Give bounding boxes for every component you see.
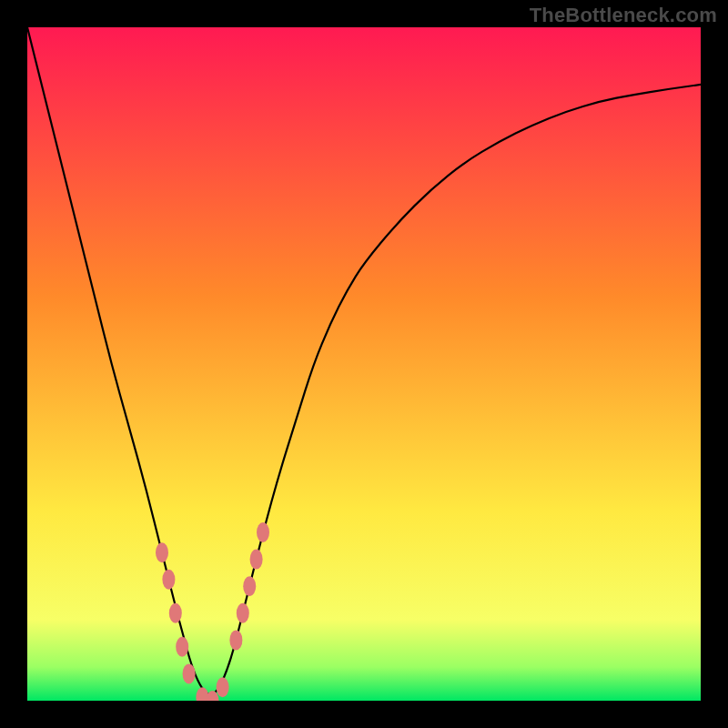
marker-dot — [243, 576, 256, 596]
plot-svg — [27, 27, 701, 701]
marker-dot — [162, 570, 175, 590]
marker-dot — [237, 603, 249, 623]
marker-dot — [183, 663, 196, 683]
marker-dot — [156, 542, 168, 562]
marker-dot — [250, 550, 263, 570]
marker-dot — [257, 522, 269, 542]
marker-dot — [229, 630, 242, 650]
marker-dot — [176, 637, 188, 657]
gradient-bg — [27, 27, 701, 701]
marker-dot — [217, 677, 229, 697]
marker-dot — [169, 603, 182, 623]
watermark-text: TheBottleneck.com — [530, 4, 717, 27]
chart-frame: TheBottleneck.com — [0, 0, 728, 728]
plot-area — [27, 27, 701, 701]
